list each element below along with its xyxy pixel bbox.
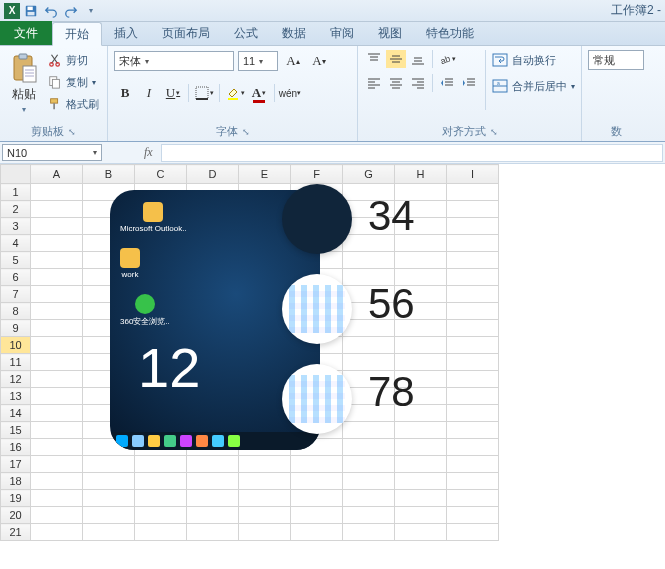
align-right-icon[interactable]: [408, 74, 428, 92]
align-center-icon[interactable]: [386, 74, 406, 92]
cut-button[interactable]: 剪切: [46, 50, 101, 70]
italic-button[interactable]: I: [138, 82, 160, 104]
row-header[interactable]: 12: [1, 371, 31, 388]
tab-formula[interactable]: 公式: [222, 21, 270, 45]
font-launcher-icon[interactable]: ⤡: [242, 127, 250, 137]
tab-data[interactable]: 数据: [270, 21, 318, 45]
tab-review[interactable]: 审阅: [318, 21, 366, 45]
copy-button[interactable]: 复制▾: [46, 72, 101, 92]
decrease-indent-icon[interactable]: [437, 74, 457, 92]
save-icon[interactable]: [22, 2, 40, 20]
svg-point-9: [50, 63, 54, 67]
increase-indent-icon[interactable]: [459, 74, 479, 92]
overlay-label-1: 34: [368, 192, 415, 240]
overlay-big-number: 12: [138, 335, 200, 400]
row-header[interactable]: 21: [1, 524, 31, 541]
svg-rect-17: [228, 98, 238, 100]
redo-icon[interactable]: [62, 2, 80, 20]
align-top-icon[interactable]: [364, 50, 384, 68]
row-header[interactable]: 18: [1, 473, 31, 490]
tab-home[interactable]: 开始: [52, 22, 102, 46]
formula-input[interactable]: [161, 144, 663, 162]
svg-rect-2: [28, 11, 35, 15]
circle-thumb-3[interactable]: [282, 364, 352, 434]
row-header[interactable]: 6: [1, 269, 31, 286]
row-header[interactable]: 19: [1, 490, 31, 507]
row-header[interactable]: 8: [1, 303, 31, 320]
font-name-combo[interactable]: 宋体▾: [114, 51, 234, 71]
tab-view[interactable]: 视图: [366, 21, 414, 45]
row-header[interactable]: 15: [1, 422, 31, 439]
col-header[interactable]: D: [187, 165, 239, 184]
number-format-combo[interactable]: 常规: [588, 50, 644, 70]
row-header[interactable]: 7: [1, 286, 31, 303]
row-header[interactable]: 5: [1, 252, 31, 269]
svg-point-10: [56, 63, 60, 67]
select-all-corner[interactable]: [1, 165, 31, 184]
svg-text:ab: ab: [439, 54, 452, 65]
circle-thumb-1[interactable]: [282, 184, 352, 254]
svg-rect-14: [53, 103, 55, 109]
orientation-icon[interactable]: ab▾: [437, 50, 457, 68]
name-box[interactable]: N10▾: [2, 144, 102, 161]
col-header[interactable]: B: [83, 165, 135, 184]
tab-insert[interactable]: 插入: [102, 21, 150, 45]
row-header[interactable]: 20: [1, 507, 31, 524]
bold-button[interactable]: B: [114, 82, 136, 104]
overlay-label-3: 78: [368, 368, 415, 416]
group-number: 常规 数: [582, 46, 650, 141]
row-header[interactable]: 13: [1, 388, 31, 405]
circle-thumb-2[interactable]: [282, 274, 352, 344]
border-button[interactable]: ▾: [193, 82, 215, 104]
merge-center-button[interactable]: a 合并后居中▾: [492, 76, 575, 96]
col-header[interactable]: G: [343, 165, 395, 184]
col-header[interactable]: H: [395, 165, 447, 184]
decrease-font-icon[interactable]: A▾: [308, 50, 330, 72]
align-bottom-icon[interactable]: [408, 50, 428, 68]
fx-icon[interactable]: fx: [144, 145, 153, 160]
col-header[interactable]: E: [239, 165, 291, 184]
col-header[interactable]: I: [447, 165, 499, 184]
row-header[interactable]: 10: [1, 337, 31, 354]
worksheet-grid[interactable]: A B C D E F G H I 1 2 3 4 5 6 7 8 9 10 1…: [0, 164, 665, 541]
format-painter-button[interactable]: 格式刷: [46, 94, 101, 114]
wrap-text-button[interactable]: 自动换行: [492, 50, 575, 70]
row-header[interactable]: 2: [1, 201, 31, 218]
row-header[interactable]: 17: [1, 456, 31, 473]
inserted-picture-group[interactable]: Microsoft Outlook.. work 360安全浏览.. 12 34…: [110, 190, 440, 460]
alignment-launcher-icon[interactable]: ⤡: [490, 127, 498, 137]
row-header[interactable]: 16: [1, 439, 31, 456]
group-clipboard: 粘贴 ▾ 剪切 复制▾ 格式刷 剪贴板⤡: [0, 46, 108, 141]
workbook-title: 工作簿2 -: [611, 2, 661, 19]
align-left-icon[interactable]: [364, 74, 384, 92]
paste-button[interactable]: 粘贴 ▾: [6, 50, 42, 122]
group-alignment: ab▾ 自动换行 a 合并后居中▾: [358, 46, 582, 141]
tab-layout[interactable]: 页面布局: [150, 21, 222, 45]
quick-access-toolbar: X ▾: [4, 2, 100, 20]
col-header[interactable]: F: [291, 165, 343, 184]
svg-rect-5: [23, 66, 36, 82]
qat-dropdown-icon[interactable]: ▾: [82, 2, 100, 20]
row-header[interactable]: 11: [1, 354, 31, 371]
title-bar: X ▾ 工作簿2 -: [0, 0, 665, 22]
align-middle-icon[interactable]: [386, 50, 406, 68]
col-header[interactable]: A: [31, 165, 83, 184]
ribbon-tabs: 文件 开始 插入 页面布局 公式 数据 审阅 视图 特色功能: [0, 22, 665, 46]
clipboard-launcher-icon[interactable]: ⤡: [68, 127, 76, 137]
fill-color-button[interactable]: ▾: [224, 82, 246, 104]
col-header[interactable]: C: [135, 165, 187, 184]
row-header[interactable]: 9: [1, 320, 31, 337]
row-header[interactable]: 1: [1, 184, 31, 201]
font-color-button[interactable]: A▾: [248, 82, 270, 104]
underline-button[interactable]: U▾: [162, 82, 184, 104]
undo-icon[interactable]: [42, 2, 60, 20]
phonetic-button[interactable]: wén▾: [279, 82, 301, 104]
file-tab[interactable]: 文件: [0, 21, 52, 45]
increase-font-icon[interactable]: A▴: [282, 50, 304, 72]
font-size-combo[interactable]: 11▾: [238, 51, 278, 71]
row-header[interactable]: 14: [1, 405, 31, 422]
tab-special[interactable]: 特色功能: [414, 21, 486, 45]
row-header[interactable]: 3: [1, 218, 31, 235]
row-header[interactable]: 4: [1, 235, 31, 252]
group-font: 宋体▾ 11▾ A▴ A▾ B I U▾ ▾ ▾ A▾ wén▾ 字体⤡: [108, 46, 358, 141]
